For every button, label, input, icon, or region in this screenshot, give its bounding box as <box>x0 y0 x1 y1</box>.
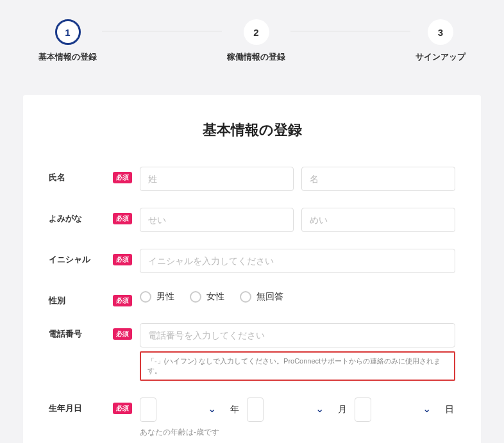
label-name: 氏名 <box>49 172 65 183</box>
step-line-2 <box>290 31 410 31</box>
input-initial[interactable] <box>140 249 455 273</box>
row-initial: イニシャル 必須 <box>49 249 455 273</box>
label-phone: 電話番号 <box>49 328 82 340</box>
day-unit: 日 <box>445 404 455 415</box>
radio-male-label: 男性 <box>156 291 174 303</box>
radio-circle-icon <box>190 291 201 303</box>
select-month[interactable] <box>247 397 264 422</box>
input-sei[interactable] <box>140 167 294 191</box>
select-day[interactable] <box>355 397 371 422</box>
required-badge: 必須 <box>113 403 132 414</box>
radio-circle-icon <box>240 291 251 303</box>
select-year[interactable] <box>140 397 156 422</box>
row-birthdate: 生年月日 必須 年 月 日 あなたの年齢は-歳です <box>49 397 455 438</box>
step-1-circle: 1 <box>55 19 81 45</box>
radio-circle-icon <box>140 291 151 303</box>
form-card: 基本情報の登録 氏名 必須 よみがな 必須 イニシャル <box>23 95 481 443</box>
step-2-label: 稼働情報の登録 <box>227 51 285 63</box>
required-badge: 必須 <box>113 295 132 306</box>
input-mei[interactable] <box>301 167 455 191</box>
label-birthdate: 生年月日 <box>49 403 82 414</box>
required-badge: 必須 <box>113 254 132 265</box>
year-unit: 年 <box>230 404 240 415</box>
radio-noanswer-label: 無回答 <box>256 291 283 303</box>
row-phone: 電話番号 必須 「-」(ハイフン) なしで入力してください。ProConnect… <box>49 323 455 381</box>
step-2: 2 稼働情報の登録 <box>227 19 285 63</box>
step-2-circle: 2 <box>244 19 269 45</box>
row-yomigana: よみがな 必須 <box>49 208 455 232</box>
row-name: 氏名 必須 <box>49 167 455 191</box>
radio-female-label: 女性 <box>206 291 224 303</box>
radio-noanswer[interactable]: 無回答 <box>240 291 283 303</box>
gender-radio-group: 男性 女性 無回答 <box>140 290 455 303</box>
step-3-label: サインアップ <box>416 51 466 63</box>
required-badge: 必須 <box>113 328 132 340</box>
label-initial: イニシャル <box>49 254 90 265</box>
input-phone[interactable] <box>140 323 455 347</box>
page-title: 基本情報の登録 <box>49 121 455 140</box>
step-3-circle: 3 <box>428 19 453 45</box>
label-yomigana: よみがな <box>49 213 82 224</box>
stepper: 1 基本情報の登録 2 稼働情報の登録 3 サインアップ <box>0 0 504 82</box>
step-3: 3 サインアップ <box>416 19 466 63</box>
required-badge: 必須 <box>113 172 132 183</box>
radio-male[interactable]: 男性 <box>140 291 174 303</box>
row-gender: 性別 必須 男性 女性 無回答 <box>49 290 455 306</box>
step-1-label: 基本情報の登録 <box>38 51 97 63</box>
step-1: 1 基本情報の登録 <box>38 19 97 63</box>
month-unit: 月 <box>338 404 348 415</box>
step-line-1 <box>102 31 222 31</box>
label-gender: 性別 <box>49 295 65 306</box>
radio-female[interactable]: 女性 <box>190 291 224 303</box>
phone-hint: 「-」(ハイフン) なしで入力してください。ProConnectサポートからの連… <box>140 351 455 381</box>
age-hint: あなたの年齢は-歳です <box>140 427 455 438</box>
input-sei-kana[interactable] <box>140 208 294 232</box>
required-badge: 必須 <box>113 213 132 224</box>
input-mei-kana[interactable] <box>301 208 455 232</box>
